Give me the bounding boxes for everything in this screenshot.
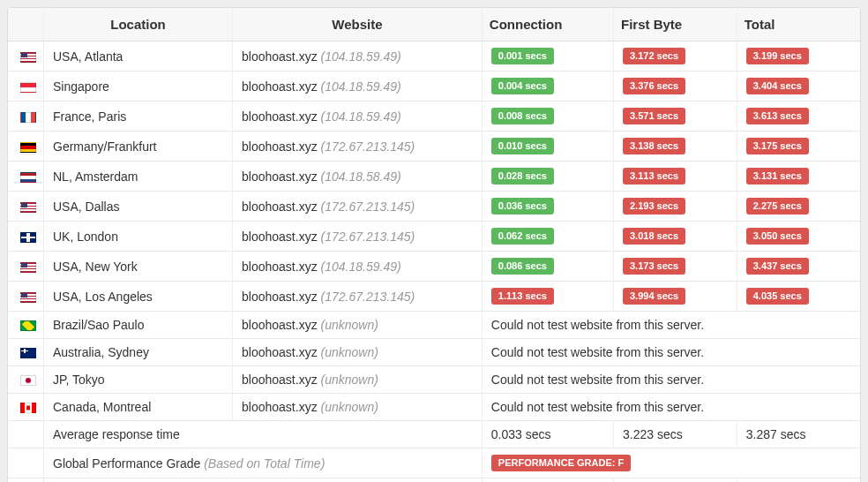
first-byte-cell: 3.571 secs: [614, 102, 737, 132]
col-connection[interactable]: Connection: [482, 8, 613, 41]
table-row: USA, Dallasbloohoast.xyz (172.67.213.145…: [8, 192, 860, 222]
summary-tot: 3.287 secs: [737, 421, 860, 448]
location-cell: USA, Los Angeles: [44, 282, 233, 312]
timing-badge: 1.113 secs: [491, 288, 554, 305]
timing-badge: 3.613 secs: [746, 108, 809, 124]
location-cell: Canada, Montreal: [44, 394, 233, 421]
connection-cell: 0.010 secs: [482, 132, 613, 162]
location-cell: JP, Tokyo: [44, 366, 233, 394]
timing-badge: 0.010 secs: [491, 138, 554, 154]
table-row: Australia, Sydneybloohoast.xyz (unknown)…: [8, 339, 860, 366]
website-cell: bloohoast.xyz (172.67.213.145): [233, 222, 483, 252]
summary-label: Average response time: [44, 421, 483, 448]
error-cell: Could not test website from this server.: [482, 394, 860, 421]
timing-badge: 3.138 secs: [623, 138, 685, 154]
summary-row: Average response time0.033 secs3.223 sec…: [8, 421, 860, 448]
summary-tot: 0.000 secs: [737, 478, 860, 483]
us-flag-icon: [20, 292, 36, 303]
host-text: bloohoast.xyz: [242, 345, 318, 359]
flag-cell: [8, 132, 44, 162]
timing-badge: 0.086 secs: [491, 258, 554, 275]
au-flag-icon: [20, 348, 36, 358]
host-text: bloohoast.xyz: [242, 49, 318, 64]
website-cell: bloohoast.xyz (104.18.59.49): [233, 41, 483, 72]
timing-badge: 3.131 secs: [746, 168, 809, 185]
website-cell: bloohoast.xyz (unknown): [233, 312, 483, 339]
col-website[interactable]: Website: [233, 8, 483, 41]
total-cell: 3.131 secs: [737, 162, 860, 192]
summary-row: Average response time0.000 secs0.000 sec…: [8, 478, 860, 483]
results-table: Location Website Connection First Byte T…: [8, 8, 860, 482]
first-byte-cell: 3.172 secs: [614, 41, 737, 72]
grade-label-text: Global Performance Grade: [53, 456, 200, 471]
first-byte-cell: 3.376 secs: [614, 72, 737, 102]
flag-cell: [8, 312, 44, 339]
first-byte-cell: 3.113 secs: [614, 162, 737, 192]
first-byte-cell: 2.193 secs: [614, 192, 737, 222]
table-row: France, Parisbloohoast.xyz (104.18.59.49…: [8, 102, 860, 132]
flag-cell: [8, 448, 44, 478]
timing-badge: 0.036 secs: [491, 198, 554, 215]
timing-badge: 0.001 secs: [491, 48, 554, 64]
timing-badge: 0.008 secs: [491, 108, 554, 124]
ip-text: (unknown): [321, 373, 378, 387]
website-cell: bloohoast.xyz (104.18.59.49): [233, 102, 483, 132]
summary-row: Global Performance Grade (Based on Total…: [8, 448, 860, 478]
total-cell: 3.199 secs: [737, 41, 860, 72]
location-cell: USA, Dallas: [44, 192, 233, 222]
summary-conn: 0.033 secs: [482, 421, 613, 448]
ip-text: (104.18.59.49): [321, 49, 401, 64]
ip-text: (unknown): [321, 318, 378, 332]
flag-cell: [8, 421, 44, 448]
website-cell: bloohoast.xyz (unknown): [233, 366, 483, 394]
ip-text: (172.67.213.145): [321, 200, 415, 214]
table-row: Canada, Montrealbloohoast.xyz (unknown)C…: [8, 394, 860, 421]
col-first-byte[interactable]: First Byte: [614, 8, 737, 41]
timing-badge: 3.050 secs: [746, 228, 809, 245]
flag-cell: [8, 102, 44, 132]
first-byte-cell: 3.138 secs: [614, 132, 737, 162]
timing-badge: 3.376 secs: [623, 78, 685, 94]
grade-cell: PERFORMANCE GRADE: F: [482, 448, 860, 478]
total-cell: 3.175 secs: [737, 132, 860, 162]
location-cell: USA, New York: [44, 252, 233, 282]
location-cell: Australia, Sydney: [44, 339, 233, 366]
connection-cell: 0.062 secs: [482, 222, 613, 252]
table-body: USA, Atlantabloohoast.xyz (104.18.59.49)…: [8, 41, 860, 483]
website-cell: bloohoast.xyz (unknown): [233, 339, 483, 366]
ip-text: (104.18.58.49): [321, 169, 401, 184]
host-text: bloohoast.xyz: [242, 230, 318, 244]
table-row: JP, Tokyobloohoast.xyz (unknown)Could no…: [8, 366, 860, 394]
host-text: bloohoast.xyz: [242, 169, 318, 184]
error-cell: Could not test website from this server.: [482, 366, 860, 394]
col-total[interactable]: Total: [737, 8, 860, 41]
summary-label: Global Performance Grade (Based on Total…: [44, 448, 483, 478]
flag-cell: [8, 339, 44, 366]
connection-cell: 0.028 secs: [482, 162, 613, 192]
sg-flag-icon: [20, 82, 36, 93]
host-text: bloohoast.xyz: [242, 318, 318, 332]
performance-grade-badge: PERFORMANCE GRADE: F: [491, 455, 631, 471]
table-row: Singaporebloohoast.xyz (104.18.59.49)0.0…: [8, 72, 860, 102]
location-cell: Germany/Frankfurt: [44, 132, 233, 162]
summary-fb: 3.223 secs: [614, 421, 737, 448]
col-flag: [8, 8, 44, 41]
flag-cell: [8, 41, 44, 72]
uk-flag-icon: [20, 232, 36, 243]
results-panel: Location Website Connection First Byte T…: [7, 7, 861, 482]
ip-text: (172.67.213.145): [321, 139, 415, 154]
location-cell: France, Paris: [44, 102, 233, 132]
us-flag-icon: [20, 202, 36, 213]
timing-badge: 3.175 secs: [746, 138, 809, 154]
table-row: NL, Amsterdambloohoast.xyz (104.18.58.49…: [8, 162, 860, 192]
table-row: USA, Atlantabloohoast.xyz (104.18.59.49)…: [8, 41, 860, 72]
website-cell: bloohoast.xyz (unknown): [233, 394, 483, 421]
total-cell: 3.404 secs: [737, 72, 860, 102]
ca-flag-icon: [20, 403, 36, 413]
col-location[interactable]: Location: [44, 8, 233, 41]
location-cell: USA, Atlanta: [44, 41, 233, 72]
timing-badge: 3.437 secs: [746, 258, 809, 275]
website-cell: bloohoast.xyz (104.18.58.49): [233, 162, 483, 192]
flag-cell: [8, 222, 44, 252]
flag-cell: [8, 72, 44, 102]
